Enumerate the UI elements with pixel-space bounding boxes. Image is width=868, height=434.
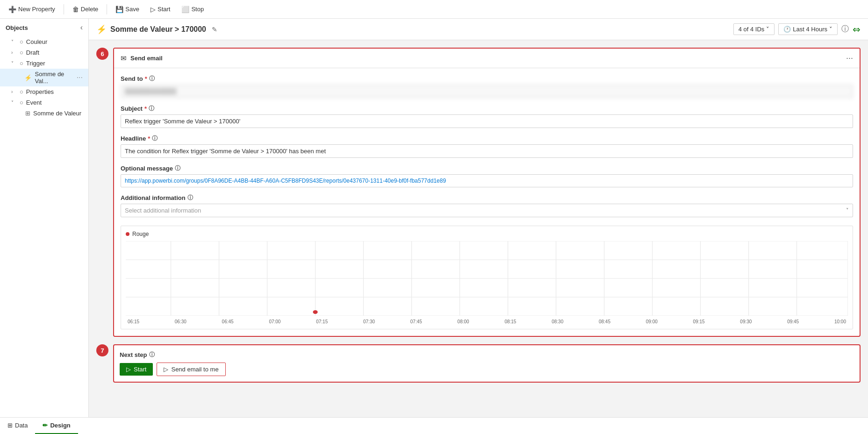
- additional-info-select[interactable]: Select additional information ˅: [121, 204, 853, 217]
- start-action-label: Start: [134, 366, 146, 373]
- content-scroll: 6 ✉ Send email ···: [89, 40, 868, 417]
- chevron-down-icon: ˅: [829, 26, 832, 33]
- more-options-icon[interactable]: ···: [77, 73, 83, 82]
- subject-field: Subject * ⓘ: [121, 105, 853, 128]
- page-title: Somme de Valeur > 170000: [110, 25, 206, 34]
- send-to-info-icon[interactable]: ⓘ: [149, 75, 155, 83]
- card-more-button[interactable]: ···: [846, 53, 853, 63]
- send-email-card: ✉ Send email ··· Send to *: [113, 48, 861, 337]
- bottom-tabs: ⊞ Data ✏ Design: [0, 417, 868, 434]
- chart-x-label: 07:00: [269, 319, 280, 324]
- ids-label: 4 of 4 IDs: [739, 26, 765, 33]
- stop-button[interactable]: ⬜ Stop: [177, 4, 208, 15]
- step-7-card: Next step ⓘ ▷ Start ▷ Send email to me: [113, 344, 861, 383]
- headline-label: Headline * ⓘ: [121, 135, 853, 142]
- headline-input[interactable]: [121, 144, 853, 158]
- sidebar-item-label: Event: [26, 99, 42, 106]
- sidebar-collapse-button[interactable]: ‹: [80, 23, 83, 32]
- send-email-action-icon: ▷: [164, 366, 168, 373]
- start-action-button[interactable]: ▷ Start: [120, 363, 153, 376]
- sidebar-item-label: Trigger: [26, 60, 45, 67]
- chart-x-label: 06:30: [175, 319, 187, 324]
- optional-message-input[interactable]: [121, 174, 853, 187]
- folder-icon: ○: [20, 38, 23, 45]
- clock-icon: 🕐: [783, 26, 791, 33]
- card-header: ✉ Send email ···: [114, 49, 860, 68]
- data-tab-label: Data: [15, 422, 28, 429]
- sidebar-item-somme-de-valeur[interactable]: ⊞ Somme de Valeur: [0, 108, 88, 119]
- sidebar-item-draft[interactable]: › ○ Draft: [0, 47, 88, 58]
- sidebar-item-somme-val[interactable]: ⚡ Somme de Val... ···: [0, 69, 88, 86]
- email-icon: ✉: [121, 54, 127, 63]
- step-6-content: ✉ Send email ··· Send to *: [113, 48, 861, 342]
- subject-info-icon[interactable]: ⓘ: [149, 105, 154, 113]
- sidebar-header: Objects ‹: [0, 19, 88, 36]
- chart-x-label: 08:30: [552, 319, 563, 324]
- chart-x-label: 09:45: [787, 319, 799, 324]
- chart-legend: Rouge: [126, 231, 848, 237]
- last-hours-label: Last 4 Hours: [793, 26, 827, 33]
- toolbar-separator-1: [64, 4, 64, 14]
- additional-info-icon[interactable]: ⓘ: [187, 194, 193, 202]
- edit-title-icon[interactable]: ✎: [212, 26, 217, 33]
- headline-info-icon[interactable]: ⓘ: [152, 135, 158, 142]
- chevron-down-icon: ˅: [11, 100, 17, 105]
- chart-x-label: 07:45: [410, 319, 422, 324]
- sidebar-item-label: Draft: [26, 49, 39, 56]
- svg-point-20: [313, 310, 317, 314]
- chart-x-label: 08:15: [504, 319, 516, 324]
- save-icon: 💾: [115, 6, 123, 13]
- chart-x-label: 09:00: [646, 319, 658, 324]
- chart-x-label: 07:15: [316, 319, 328, 324]
- sidebar-item-couleur[interactable]: ˅ ○ Couleur: [0, 36, 88, 47]
- chart-legend-dot: [126, 232, 129, 236]
- step-6-badge: 6: [96, 48, 108, 60]
- subject-input[interactable]: [121, 114, 853, 128]
- delete-button[interactable]: 🗑 Delete: [68, 4, 103, 15]
- folder-icon: ○: [20, 49, 23, 56]
- sidebar-item-event[interactable]: ˅ ○ Event: [0, 97, 88, 108]
- tab-data[interactable]: ⊞ Data: [0, 418, 35, 434]
- chart-x-label: 06:45: [222, 319, 234, 324]
- required-marker: *: [145, 75, 147, 82]
- folder-icon: ○: [20, 88, 23, 95]
- additional-info-placeholder: Select additional information: [125, 207, 201, 214]
- side-panel-button[interactable]: ⇔: [853, 24, 861, 35]
- card-title: Send email: [130, 55, 163, 62]
- sidebar-tree: ˅ ○ Couleur › ○ Draft ˅ ○ Trigger ⚡ Somm…: [0, 36, 88, 122]
- chart-x-labels: 06:15 06:30 06:45 07:00 07:15 07:30 07:4…: [126, 319, 848, 324]
- send-to-input[interactable]: [121, 85, 853, 98]
- sidebar-item-label: Somme de Valeur: [33, 110, 81, 117]
- chart-x-label: 08:45: [599, 319, 610, 324]
- trigger-header-icon: ⚡: [96, 24, 107, 35]
- step-7-badge: 7: [96, 344, 108, 356]
- next-step-info-icon[interactable]: ⓘ: [149, 351, 155, 359]
- optional-info-icon[interactable]: ⓘ: [175, 164, 180, 172]
- save-button[interactable]: 💾 Save: [111, 4, 144, 15]
- send-email-action-label: Send email to me: [171, 366, 218, 373]
- new-property-button[interactable]: ➕ New Property: [4, 4, 60, 15]
- optional-message-label: Optional message ⓘ: [121, 164, 853, 172]
- sidebar: Objects ‹ ˅ ○ Couleur › ○ Draft ˅ ○ Trig…: [0, 19, 89, 417]
- sidebar-item-properties[interactable]: › ○ Properties: [0, 86, 88, 97]
- additional-info-label: Additional information ⓘ: [121, 194, 853, 202]
- sidebar-item-label: Somme de Val...: [35, 71, 73, 85]
- sidebar-item-trigger[interactable]: ˅ ○ Trigger: [0, 58, 88, 69]
- send-to-field: Send to * ⓘ: [121, 75, 853, 98]
- toolbar: ➕ New Property 🗑 Delete 💾 Save ▷ Start ⬜…: [0, 0, 868, 19]
- chart-x-label: 09:15: [693, 319, 705, 324]
- trigger-icon: ⚡: [24, 74, 32, 81]
- tab-design[interactable]: ✏ Design: [35, 418, 78, 434]
- last-hours-button[interactable]: 🕐 Last 4 Hours ˅: [778, 23, 838, 35]
- card-body: Send to * ⓘ Subject *: [114, 68, 860, 336]
- start-button[interactable]: ▷ Start: [146, 4, 175, 15]
- main-layout: Objects ‹ ˅ ○ Couleur › ○ Draft ˅ ○ Trig…: [0, 19, 868, 417]
- ids-button[interactable]: 4 of 4 IDs ˅: [733, 23, 775, 35]
- info-button[interactable]: ⓘ: [841, 24, 849, 34]
- sidebar-item-label: Couleur: [26, 38, 48, 45]
- chevron-down-icon: ˅: [846, 207, 849, 213]
- send-email-action-button[interactable]: ▷ Send email to me: [157, 363, 225, 376]
- start-action-icon: ▷: [126, 366, 131, 373]
- table-icon: ⊞: [25, 110, 30, 117]
- send-to-label: Send to * ⓘ: [121, 75, 853, 83]
